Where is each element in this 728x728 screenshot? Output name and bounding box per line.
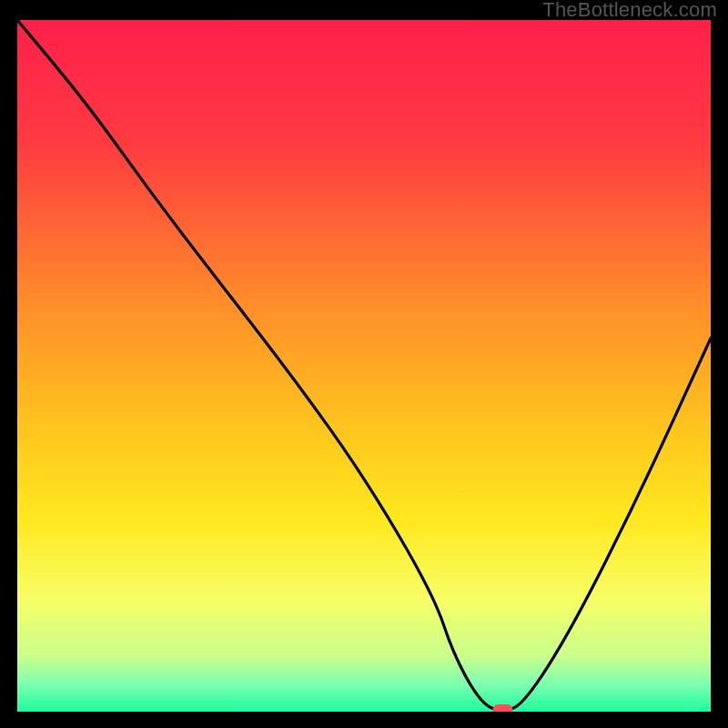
plot-area — [17, 20, 711, 712]
chart-svg — [17, 20, 711, 712]
chart-frame: TheBottleneck.com — [0, 0, 728, 728]
optimal-marker — [492, 704, 512, 712]
gradient-backdrop — [17, 20, 711, 712]
watermark-text: TheBottleneck.com — [542, 0, 717, 22]
